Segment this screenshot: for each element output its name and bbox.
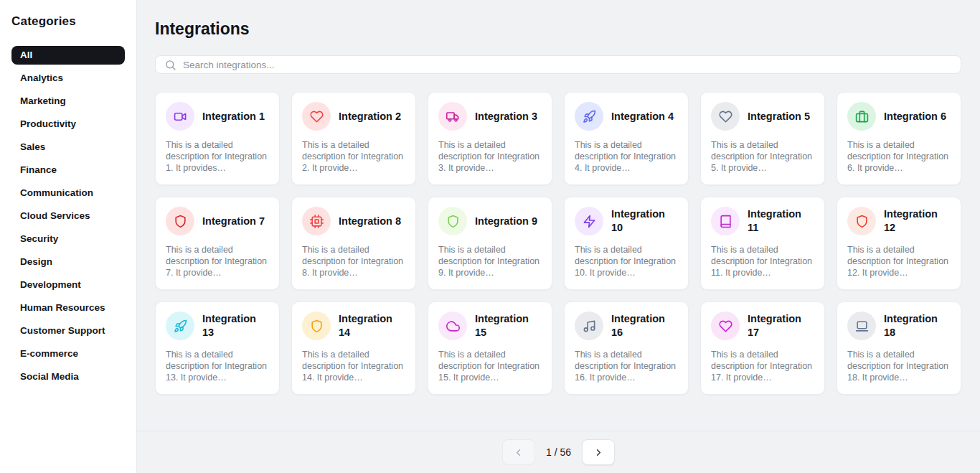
zap-icon	[575, 207, 603, 235]
page-indicator: 1 / 56	[546, 446, 571, 458]
integration-card[interactable]: Integration 9 This is a detailed descrip…	[428, 197, 552, 290]
sidebar-item-label: Finance	[20, 164, 57, 175]
card-title: Integration 14	[339, 312, 405, 339]
card-title: Integration 13	[202, 312, 269, 339]
integration-card[interactable]: Integration 15 This is a detailed descri…	[428, 301, 552, 395]
sidebar-item-label: E-commerce	[20, 348, 78, 359]
card-description: This is a detailed description for Integ…	[438, 139, 542, 174]
card-header: Integration 8	[302, 207, 405, 235]
card-description: This is a detailed description for Integ…	[438, 244, 542, 278]
sidebar-title: Categories	[0, 11, 136, 29]
card-header: Integration 6	[847, 102, 951, 131]
sidebar-item-label: Cloud Services	[20, 210, 90, 221]
card-header: Integration 17	[711, 312, 814, 340]
sidebar-item-customer-support[interactable]: Customer Support	[11, 322, 125, 340]
card-title: Integration 11	[748, 207, 814, 235]
card-title: Integration 15	[475, 312, 542, 339]
sidebar-item-label: Analytics	[20, 72, 63, 83]
sidebar-item-social-media[interactable]: Social Media	[11, 367, 125, 386]
next-page-button[interactable]	[582, 439, 615, 465]
sidebar-item-label: Productivity	[20, 118, 76, 129]
integration-card[interactable]: Integration 12 This is a detailed descri…	[837, 197, 961, 290]
card-header: Integration 3	[438, 102, 542, 131]
truck-icon	[438, 102, 467, 131]
sidebar-item-communication[interactable]: Communication	[11, 184, 125, 202]
card-header: Integration 4	[575, 102, 678, 131]
card-title: Integration 10	[611, 207, 678, 235]
laptop-icon	[847, 312, 876, 340]
sidebar-item-label: All	[20, 50, 32, 60]
card-description: This is a detailed description for Integ…	[711, 244, 814, 278]
sidebar-item-label: Human Resources	[20, 302, 105, 313]
integration-card[interactable]: Integration 6 This is a detailed descrip…	[837, 92, 961, 185]
shield-icon	[847, 207, 876, 235]
card-title: Integration 3	[475, 110, 537, 123]
card-header: Integration 13	[166, 312, 269, 340]
card-description: This is a detailed description for Integ…	[847, 349, 951, 383]
search-bar	[155, 55, 961, 74]
card-header: Integration 18	[847, 312, 951, 340]
card-header: Integration 2	[302, 102, 405, 131]
rocket-icon	[166, 312, 194, 340]
search-icon	[164, 59, 176, 71]
card-header: Integration 11	[711, 207, 814, 235]
sidebar-item-security[interactable]: Security	[11, 230, 125, 248]
integration-card[interactable]: Integration 5 This is a detailed descrip…	[700, 92, 825, 185]
card-header: Integration 14	[302, 312, 405, 340]
card-header: Integration 15	[438, 312, 542, 340]
card-title: Integration 9	[475, 215, 537, 228]
card-header: Integration 16	[575, 312, 678, 340]
shield-icon	[438, 207, 467, 235]
sidebar-item-label: Marketing	[20, 95, 66, 106]
sidebar-item-label: Customer Support	[20, 325, 105, 336]
sidebar-item-design[interactable]: Design	[11, 253, 125, 271]
integration-card[interactable]: Integration 1 This is a detailed descrip…	[155, 92, 280, 185]
integration-card[interactable]: Integration 18 This is a detailed descri…	[837, 301, 961, 395]
integration-card[interactable]: Integration 10 This is a detailed descri…	[564, 197, 689, 290]
music-icon	[575, 312, 603, 340]
sidebar-item-analytics[interactable]: Analytics	[11, 69, 125, 88]
card-header: Integration 5	[711, 102, 814, 131]
card-title: Integration 16	[611, 312, 678, 339]
integration-card[interactable]: Integration 2 This is a detailed descrip…	[291, 92, 416, 185]
card-description: This is a detailed description for Integ…	[847, 244, 951, 278]
search-input[interactable]	[183, 60, 952, 70]
integrations-grid: Integration 1 This is a detailed descrip…	[155, 92, 961, 395]
heart-icon	[711, 102, 740, 131]
sidebar-item-development[interactable]: Development	[11, 276, 125, 294]
integration-card[interactable]: Integration 16 This is a detailed descri…	[564, 301, 689, 395]
card-title: Integration 17	[748, 312, 814, 339]
sidebar-item-all[interactable]: All	[11, 46, 125, 65]
card-description: This is a detailed description for Integ…	[575, 244, 678, 278]
integration-card[interactable]: Integration 7 This is a detailed descrip…	[155, 197, 280, 290]
sidebar-item-human-resources[interactable]: Human Resources	[11, 299, 125, 317]
card-description: This is a detailed description for Integ…	[302, 139, 405, 174]
main-content: Integrations Integration 1 This is a det…	[137, 0, 980, 473]
sidebar-item-productivity[interactable]: Productivity	[11, 115, 125, 134]
page-title: Integrations	[155, 19, 961, 39]
integration-card[interactable]: Integration 4 This is a detailed descrip…	[564, 92, 689, 185]
sidebar-item-label: Sales	[20, 141, 45, 152]
integration-card[interactable]: Integration 8 This is a detailed descrip…	[291, 197, 416, 290]
sidebar-item-label: Development	[20, 279, 81, 290]
sidebar-item-sales[interactable]: Sales	[11, 138, 125, 156]
card-description: This is a detailed description for Integ…	[711, 139, 814, 174]
prev-page-button[interactable]	[502, 439, 535, 465]
card-header: Integration 10	[575, 207, 678, 235]
pagination: 1 / 56	[137, 431, 980, 473]
integration-card[interactable]: Integration 3 This is a detailed descrip…	[428, 92, 552, 185]
integration-card[interactable]: Integration 14 This is a detailed descri…	[291, 301, 416, 395]
sidebar-item-finance[interactable]: Finance	[11, 161, 125, 179]
heart-icon	[302, 102, 331, 131]
card-description: This is a detailed description for Integ…	[166, 139, 269, 174]
integration-card[interactable]: Integration 11 This is a detailed descri…	[700, 197, 825, 290]
sidebar-item-cloud-services[interactable]: Cloud Services	[11, 207, 125, 225]
card-description: This is a detailed description for Integ…	[575, 139, 678, 174]
rocket-icon	[575, 102, 603, 131]
sidebar-item-e-commerce[interactable]: E-commerce	[11, 345, 125, 363]
card-title: Integration 7	[202, 215, 265, 228]
card-title: Integration 12	[884, 207, 951, 235]
integration-card[interactable]: Integration 13 This is a detailed descri…	[155, 301, 280, 395]
integration-card[interactable]: Integration 17 This is a detailed descri…	[700, 301, 825, 395]
sidebar-item-marketing[interactable]: Marketing	[11, 92, 125, 111]
